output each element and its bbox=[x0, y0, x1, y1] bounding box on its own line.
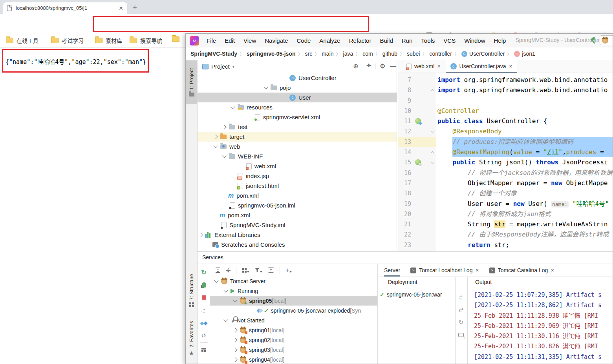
project-row-test[interactable]: test bbox=[198, 122, 397, 132]
menu-view[interactable]: View bbox=[239, 37, 260, 44]
tab-server[interactable]: Server bbox=[384, 264, 400, 277]
deploy-artifact-icon[interactable]: →→ bbox=[457, 292, 465, 301]
service-row-spring03[interactable]: spring03 [local] bbox=[210, 345, 377, 355]
code-line-21[interactable]: 21String str = mapper.writeValueAsStrin bbox=[398, 219, 613, 229]
project-row-pom-xml[interactable]: mpom.xml bbox=[198, 191, 397, 200]
build-hammer-icon[interactable] bbox=[589, 37, 597, 44]
project-row-web-inf[interactable]: WEB-INF bbox=[198, 151, 397, 161]
project-row-target[interactable]: target bbox=[198, 132, 397, 142]
menu-run[interactable]: Run bbox=[397, 37, 417, 44]
spring-class-icon[interactable] bbox=[415, 118, 421, 124]
expand-all-icon[interactable]: ▼▲ bbox=[216, 267, 220, 273]
chevron-down-icon[interactable] bbox=[214, 278, 218, 282]
deploy-icon[interactable]: →→ bbox=[200, 306, 207, 313]
swap-icon[interactable]: ⇄ bbox=[457, 306, 465, 314]
code-line-12[interactable]: 12@ResponseBody bbox=[398, 126, 613, 136]
service-row-spring02[interactable]: spring02 [local] bbox=[210, 335, 377, 345]
code-line-22[interactable]: 22// 由于@ResponseBody注解，这里会将str转成 bbox=[398, 229, 613, 240]
project-row-external-libraries[interactable]: External Libraries bbox=[198, 230, 397, 240]
service-row-springmvc-05-json-war-exploded[interactable]: ✓springmvc-05-json:war exploded [Syn bbox=[210, 306, 377, 315]
code-line-15[interactable]: 15public String json1() throws JsonProce… bbox=[398, 157, 613, 167]
project-row-web[interactable]: web bbox=[198, 142, 397, 151]
chevron-down-icon[interactable] bbox=[233, 298, 237, 302]
project-row-springmvc-05-json-iml[interactable]: springmvc-05-json.iml bbox=[198, 200, 397, 210]
fold-marker-icon[interactable] bbox=[431, 89, 435, 93]
code-line-10[interactable]: 10@Controller bbox=[398, 106, 613, 116]
menu-navigate[interactable]: Navigate bbox=[260, 37, 292, 44]
project-row-resources[interactable]: resources bbox=[198, 102, 397, 112]
chevron-down-icon[interactable] bbox=[222, 153, 226, 158]
new-tab-button[interactable]: + bbox=[133, 3, 137, 12]
editor-tab-webxml[interactable]: web.xml ✕ bbox=[402, 60, 446, 73]
chevron-down-icon[interactable] bbox=[231, 104, 235, 109]
breadcrumb-item-controller[interactable]: controller bbox=[429, 51, 452, 57]
collapse-all-icon[interactable]: ▲▼ bbox=[226, 268, 231, 273]
bookmark-folder[interactable]: 搜索导航 bbox=[130, 36, 162, 44]
menu-help[interactable]: Help bbox=[490, 37, 511, 44]
service-row-spring04[interactable]: spring04 [local] bbox=[210, 355, 377, 364]
output-console[interactable]: [2021-02-25 11:07:29,385] Artifact s[202… bbox=[474, 290, 613, 362]
breadcrumb-item-springmvc-05-json[interactable]: springmvc-05-json bbox=[247, 51, 295, 57]
code-line-19[interactable]: 19User user = new User( name: "哇哈哈4号" bbox=[398, 199, 613, 209]
service-row-not-started[interactable]: Not Started bbox=[210, 315, 377, 325]
code-line-14[interactable]: 14@RequestMapping(value = "/j1",produces… bbox=[398, 147, 613, 157]
tool-tab-project[interactable]: 1: Project bbox=[186, 60, 197, 104]
close-icon[interactable]: ✕ bbox=[551, 268, 554, 273]
refresh-icon[interactable]: ↺ bbox=[200, 332, 207, 339]
breadcrumb-item-main[interactable]: main bbox=[322, 51, 333, 57]
add-service-icon[interactable]: + bbox=[285, 267, 292, 274]
chevron-down-icon[interactable] bbox=[223, 317, 228, 322]
hide-panel-icon[interactable]: — bbox=[390, 63, 396, 69]
project-row-index-jsp[interactable]: JSPindex.jsp bbox=[198, 171, 397, 181]
chevron-right-icon[interactable] bbox=[233, 348, 237, 352]
chevron-right-icon[interactable] bbox=[222, 125, 226, 129]
breadcrumb-item-subei[interactable]: subei bbox=[407, 51, 420, 57]
editor-tab-usercontroller[interactable]: c UserController.java ✕ bbox=[446, 60, 517, 73]
tab-close-icon[interactable]: ✕ bbox=[119, 5, 123, 11]
code-line-8[interactable]: 8import org.springframework.web.bind.ann… bbox=[398, 85, 613, 95]
project-row-springmvc-study-iml[interactable]: SpringMVC-Study.iml bbox=[198, 220, 397, 230]
chevron-right-icon[interactable] bbox=[213, 135, 218, 139]
code-area[interactable]: 7import org.springframework.web.bind.ann… bbox=[398, 75, 613, 250]
code-line-7[interactable]: 7import org.springframework.web.bind.ann… bbox=[398, 75, 613, 85]
breadcrumb-item-src[interactable]: src bbox=[305, 51, 313, 57]
breadcrumb-item-json1[interactable]: mjson1 bbox=[514, 51, 535, 57]
filter-icon[interactable] bbox=[255, 268, 262, 273]
collapse-all-icon[interactable]: ▲▼ bbox=[366, 63, 371, 68]
service-row-spring05[interactable]: spring05 [local] bbox=[210, 296, 377, 306]
close-icon[interactable]: ✕ bbox=[475, 268, 479, 273]
chevron-right-icon[interactable] bbox=[198, 233, 203, 237]
editor-area[interactable]: web.xml ✕ c UserController.java ✕ 7impor… bbox=[398, 60, 613, 251]
chevron-down-icon[interactable] bbox=[223, 288, 228, 292]
fold-marker-icon[interactable] bbox=[431, 129, 435, 133]
bookmark-folder[interactable]: 在线工具 bbox=[6, 36, 38, 44]
menu-build[interactable]: Build bbox=[375, 37, 397, 44]
project-row-springmvc-servlet-xml[interactable]: springmvc-servlet.xml bbox=[198, 112, 397, 122]
tab-tomcat-localhost-log[interactable]: > Tomcat Localhost Log ✕ bbox=[410, 264, 479, 277]
code-line-13[interactable]: 13// produces:指定响应体返回类型和编码 bbox=[398, 137, 613, 147]
code-line-16[interactable]: 16// 创建一个jackson的对象映射器，用来解析数据 bbox=[398, 168, 613, 178]
menu-window[interactable]: Window bbox=[460, 37, 489, 44]
stop-server-icon[interactable] bbox=[200, 294, 207, 301]
breadcrumb-item-java[interactable]: java bbox=[343, 51, 353, 57]
locate-icon[interactable]: ⊕ bbox=[353, 63, 358, 69]
code-line-17[interactable]: 17ObjectMapper mapper = new ObjectMappe bbox=[398, 178, 613, 188]
deployment-artifact-row[interactable]: ✓ springmvc-05-json:war bbox=[380, 291, 454, 298]
project-row-pom-xml[interactable]: mpom.xml bbox=[198, 210, 397, 220]
breadcrumb-item-com[interactable]: com bbox=[362, 51, 373, 57]
tool-tab-structure[interactable]: 7: Structure bbox=[186, 274, 197, 317]
project-row-jsontest-html[interactable]: Hjsontest.html bbox=[198, 181, 397, 191]
close-icon[interactable]: ✕ bbox=[437, 64, 441, 69]
project-row-scratches-and-consoles[interactable]: Scratches and Consoles bbox=[198, 240, 397, 249]
service-row-tomcat-server[interactable]: Tomcat Server bbox=[210, 276, 377, 286]
breadcrumb-item-usercontroller[interactable]: CUserController bbox=[461, 51, 505, 57]
open-in-browser-icon[interactable] bbox=[457, 331, 465, 339]
code-line-9[interactable]: 9 bbox=[398, 96, 613, 106]
menu-refactor[interactable]: Refactor bbox=[345, 37, 376, 44]
fold-marker-icon[interactable] bbox=[431, 151, 435, 155]
code-line-18[interactable]: 18// 创建一个对象 bbox=[398, 188, 613, 198]
chevron-down-icon[interactable]: ▾ bbox=[232, 64, 234, 69]
chevron-down-icon[interactable] bbox=[263, 85, 268, 89]
tool-tab-favorites[interactable]: 2: Favorites ★ bbox=[186, 321, 197, 364]
layout-settings-icon[interactable] bbox=[200, 346, 207, 353]
